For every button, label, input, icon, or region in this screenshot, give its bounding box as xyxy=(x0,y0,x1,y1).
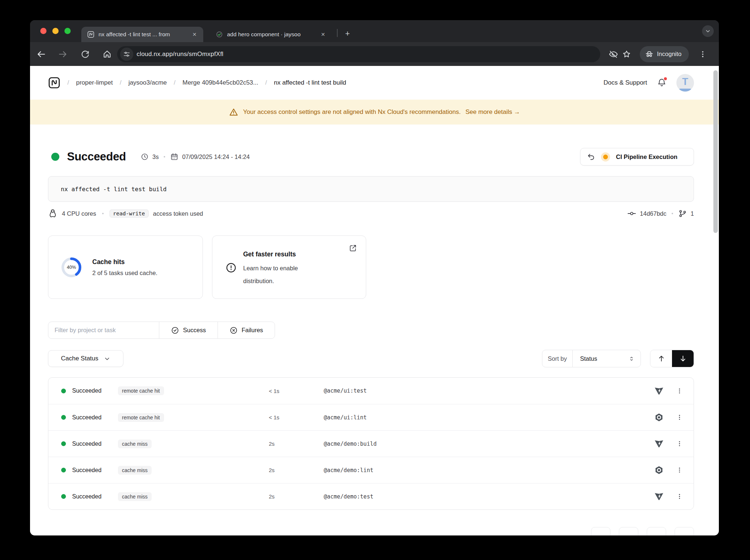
run-status-row: Succeeded 3s 07/09/2025 14:24 - 14:24 xyxy=(48,148,694,166)
site-settings-icon[interactable] xyxy=(120,48,133,61)
cache-hits-title: Cache hits xyxy=(92,258,157,266)
run-duration: 3s xyxy=(152,153,159,160)
forward-button[interactable] xyxy=(56,48,70,61)
breadcrumb-cipe[interactable]: Merge 409b44e5cb02c53... xyxy=(182,79,258,86)
faster-results-line1: Learn how to enable xyxy=(243,262,298,275)
access-token-chip: read-write xyxy=(109,209,149,218)
banner-see-more-link[interactable]: See more details → xyxy=(465,108,520,116)
incognito-icon xyxy=(645,50,654,59)
x-circle-icon xyxy=(230,326,238,334)
url-text: cloud.nx.app/runs/smOmxpfXfl xyxy=(137,51,223,58)
sort-by-group: Sort by Status xyxy=(542,350,641,367)
pagination-button[interactable] xyxy=(591,527,610,535)
sort-descending-button[interactable] xyxy=(672,350,694,367)
pagination-button[interactable] xyxy=(647,527,666,535)
group-by-label: Cache Status xyxy=(61,355,98,362)
table-row[interactable]: Succeeded cache miss 2s @acme/demo:test xyxy=(48,483,694,509)
notifications-bell-icon[interactable] xyxy=(657,78,667,88)
row-status-dot xyxy=(61,415,66,420)
filter-bar: Filter by project or task Success Failur… xyxy=(48,322,694,339)
address-bar[interactable]: cloud.nx.app/runs/smOmxpfXfl xyxy=(117,46,600,62)
arrow-up-icon xyxy=(657,355,665,363)
docs-support-link[interactable]: Docs & Support xyxy=(604,79,647,86)
notification-badge xyxy=(663,77,668,81)
status-dot xyxy=(51,153,59,161)
vite-vitest-icon xyxy=(654,492,664,501)
breadcrumb-separator: / xyxy=(265,79,267,86)
page-scrollbar[interactable] xyxy=(713,70,718,233)
run-meta-row: 4 CPU cores read-write access token used… xyxy=(48,208,694,219)
row-status-dot xyxy=(61,389,66,393)
row-menu-kebab-icon[interactable] xyxy=(676,439,683,449)
close-window-button[interactable] xyxy=(40,28,47,34)
access-token-suffix: access token used xyxy=(153,210,203,217)
row-duration: < 1s xyxy=(269,414,324,420)
window-controls xyxy=(40,28,71,34)
cache-status-chip: remote cache hit xyxy=(118,386,164,395)
avatar[interactable]: T xyxy=(676,74,694,92)
calendar-icon xyxy=(170,153,178,161)
eslint-icon xyxy=(654,413,664,422)
sort-select[interactable]: Status xyxy=(573,350,641,367)
row-status-label: Succeeded xyxy=(72,493,101,500)
ci-pipeline-execution-button[interactable]: CI Pipeline Execution xyxy=(580,148,694,166)
table-row[interactable]: Succeeded remote cache hit < 1s @acme/ui… xyxy=(48,378,694,404)
tab-search-button[interactable] xyxy=(702,25,714,37)
task-table: Succeeded remote cache hit < 1s @acme/ui… xyxy=(48,377,694,510)
branch-count[interactable]: 1 xyxy=(691,210,694,217)
row-duration: < 1s xyxy=(269,388,324,394)
cache-hits-card: 40% Cache hits 2 of 5 tasks used cache. xyxy=(48,236,203,299)
breadcrumb-org[interactable]: proper-limpet xyxy=(76,79,113,86)
new-tab-button[interactable]: + xyxy=(342,28,353,39)
reload-button[interactable] xyxy=(78,48,92,61)
commit-icon xyxy=(627,209,636,218)
tab-close-icon[interactable]: ✕ xyxy=(191,31,198,38)
browser-tab-inactive[interactable]: add hero component · jaysoo ✕ xyxy=(210,27,332,42)
row-menu-kebab-icon[interactable] xyxy=(676,386,683,396)
chevron-down-icon xyxy=(104,355,111,362)
filter-input[interactable]: Filter by project or task xyxy=(48,322,159,339)
filter-success-button[interactable]: Success xyxy=(159,322,218,339)
table-row[interactable]: Succeeded cache miss 2s @acme/demo:build xyxy=(48,430,694,457)
pagination-row xyxy=(48,527,694,535)
commit-hash[interactable]: 14d67bdc xyxy=(640,210,667,217)
cache-status-group-button[interactable]: Cache Status xyxy=(48,350,123,367)
eslint-icon xyxy=(654,466,664,475)
table-row[interactable]: Succeeded cache miss 2s @acme/demo:lint xyxy=(48,457,694,483)
minimize-window-button[interactable] xyxy=(52,28,59,34)
filter-failures-button[interactable]: Failures xyxy=(218,322,275,339)
vite-vitest-icon xyxy=(654,386,664,396)
chevrons-up-down-icon xyxy=(628,356,635,362)
pagination-button[interactable] xyxy=(675,527,694,535)
bookmark-star-icon[interactable] xyxy=(620,48,633,60)
pagination-button[interactable] xyxy=(619,527,638,535)
browser-toolbar: cloud.nx.app/runs/smOmxpfXfl Incognito xyxy=(30,42,719,66)
row-menu-kebab-icon[interactable] xyxy=(676,492,683,501)
nx-cloud-logo-icon[interactable] xyxy=(48,77,60,89)
row-task-name: @acme/demo:test xyxy=(324,493,654,500)
reading-mode-hidden-icon[interactable] xyxy=(607,48,620,60)
check-circle-icon xyxy=(171,326,179,334)
row-menu-kebab-icon[interactable] xyxy=(676,413,683,422)
row-duration: 2s xyxy=(269,493,324,500)
sort-ascending-button[interactable] xyxy=(650,350,672,367)
sort-by-label: Sort by xyxy=(542,350,572,367)
faster-results-line2: distribution. xyxy=(243,275,298,288)
arrow-down-icon xyxy=(679,355,687,363)
breadcrumb-repo[interactable]: jaysoo3/acme xyxy=(129,79,167,86)
row-status-label: Succeeded xyxy=(72,467,101,474)
maximize-window-button[interactable] xyxy=(64,28,71,34)
cache-status-chip: cache miss xyxy=(118,492,152,501)
browser-menu-kebab-icon[interactable] xyxy=(696,48,709,60)
home-button[interactable] xyxy=(100,48,114,61)
external-link-icon xyxy=(349,244,357,252)
back-button[interactable] xyxy=(34,48,48,61)
get-faster-results-card[interactable]: Get faster results Learn how to enable d… xyxy=(212,236,366,299)
table-row[interactable]: Succeeded remote cache hit < 1s @acme/ui… xyxy=(48,404,694,430)
banner-text: Your access control settings are not ali… xyxy=(243,108,461,116)
row-status-dot xyxy=(61,441,66,446)
row-menu-kebab-icon[interactable] xyxy=(676,466,683,475)
cache-hits-subtitle: 2 of 5 tasks used cache. xyxy=(92,270,157,277)
browser-tab-active[interactable]: nx affected -t lint test ... from ✕ xyxy=(81,27,203,42)
tab-close-icon[interactable]: ✕ xyxy=(319,31,327,38)
